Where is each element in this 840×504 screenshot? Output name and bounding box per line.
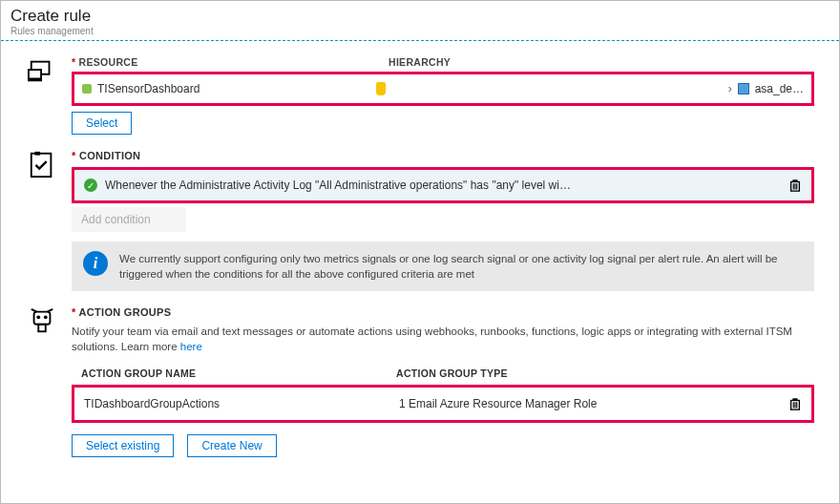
dashboard-icon [82,84,92,94]
svg-point-11 [36,316,40,320]
page-title: Create rule [10,7,830,26]
condition-row[interactable]: ✓ Whenever the Administrative Activity L… [74,170,811,200]
delete-condition-icon[interactable] [788,178,802,192]
section-resource: RESOURCE HIERARCHY TISensorDashboard › a… [1,41,839,135]
resource-type-icon [738,83,749,94]
chevron-right-icon: › [728,82,732,95]
condition-info-box: i We currently support configuring only … [72,242,814,291]
action-group-type: 1 Email Azure Resource Manager Role [399,397,597,410]
action-group-row[interactable]: TIDashboardGroupActions 1 Email Azure Re… [74,388,811,420]
hierarchy-item: asa_de… [755,82,804,95]
blade-header: Create rule Rules management [1,1,839,41]
page-subtitle: Rules management [10,26,830,36]
action-groups-description: Notify your team via email and text mess… [72,324,814,354]
svg-rect-10 [34,312,51,325]
svg-rect-4 [32,154,52,177]
action-groups-section-icon [26,306,58,457]
svg-line-13 [32,309,37,312]
action-group-type-header: ACTION GROUP TYPE [396,368,508,379]
action-group-headers: ACTION GROUP NAME ACTION GROUP TYPE [72,364,814,385]
svg-rect-15 [38,325,46,332]
select-existing-button[interactable]: Select existing [72,434,174,457]
condition-text: Whenever the Administrative Activity Log… [105,178,571,192]
svg-point-12 [44,316,48,320]
add-condition-button[interactable]: Add condition [72,207,186,232]
section-action-groups: ACTION GROUPS Notify your team via email… [1,291,839,457]
delete-action-group-icon[interactable] [788,397,802,410]
action-group-name: TIDashboardGroupActions [84,397,399,410]
svg-rect-2 [30,71,40,78]
action-group-name-header: ACTION GROUP NAME [81,368,396,379]
action-group-row-highlight: TIDashboardGroupActions 1 Email Azure Re… [72,385,814,423]
svg-rect-9 [792,179,797,181]
select-resource-button[interactable]: Select [72,112,132,135]
resource-name: TISensorDashboard [97,82,200,95]
hierarchy-label: HIERARCHY [388,56,451,68]
key-icon [376,82,386,95]
resource-row-highlight: TISensorDashboard › asa_de… [72,72,814,106]
info-icon: i [83,251,108,276]
learn-more-link[interactable]: here [180,341,202,352]
svg-line-14 [48,309,53,312]
condition-label: CONDITION [72,150,814,161]
condition-row-highlight: ✓ Whenever the Administrative Activity L… [72,167,814,203]
section-condition: CONDITION ✓ Whenever the Administrative … [1,135,839,291]
resource-label: RESOURCE [72,56,388,68]
condition-section-icon [26,150,58,291]
condition-info-text: We currently support configuring only tw… [119,251,803,282]
resource-row[interactable]: TISensorDashboard › asa_de… [74,74,811,103]
action-groups-label: ACTION GROUPS [72,306,814,318]
svg-rect-20 [792,399,797,401]
resource-section-icon [26,56,58,135]
check-icon: ✓ [84,178,97,192]
create-new-button[interactable]: Create New [187,434,276,457]
